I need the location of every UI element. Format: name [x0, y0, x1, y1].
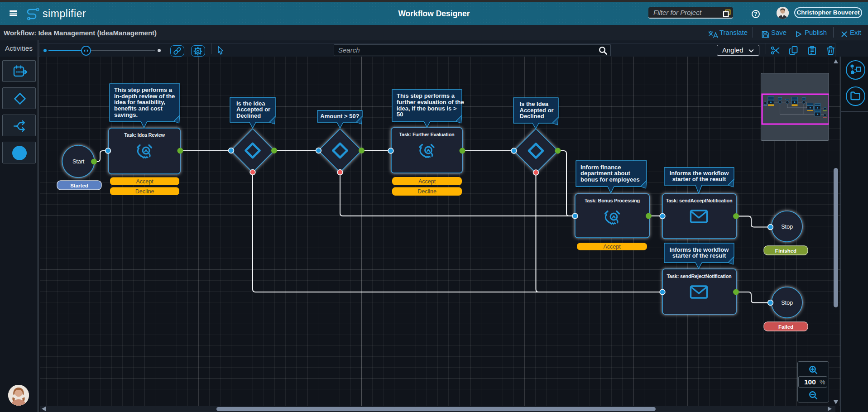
svg-text:Decline: Decline: [417, 188, 436, 195]
svg-text:Stop: Stop: [781, 223, 793, 230]
svg-text:Task: Bonus Processing: Task: Bonus Processing: [585, 198, 640, 203]
svg-text:Declined: Declined: [236, 112, 261, 119]
svg-text:Accept: Accept: [418, 178, 436, 185]
svg-text:Finished: Finished: [775, 248, 796, 254]
svg-text:Task: Further Evaluation: Task: Further Evaluation: [399, 132, 455, 137]
svg-text:Amount > 50?: Amount > 50?: [320, 113, 359, 120]
svg-text:starter of the result: starter of the result: [672, 252, 726, 259]
svg-text:Decline: Decline: [135, 188, 154, 195]
svg-text:Declined: Declined: [520, 113, 544, 120]
svg-text:Task: sendAcceptNotification: Task: sendAcceptNotification: [666, 198, 733, 203]
svg-text:idea, if the bonus is >: idea, if the bonus is >: [397, 105, 457, 112]
svg-text:Started: Started: [70, 183, 88, 188]
svg-text:starter of the result: starter of the result: [672, 176, 726, 182]
svg-text:Accept: Accept: [603, 244, 621, 250]
svg-text:Accept: Accept: [136, 178, 153, 185]
svg-text:Stop: Stop: [781, 299, 793, 306]
svg-text:savings.: savings.: [114, 111, 138, 118]
svg-text:50: 50: [397, 111, 403, 118]
svg-text:Start: Start: [72, 158, 85, 165]
svg-text:Task: Idea Review: Task: Idea Review: [124, 132, 165, 138]
svg-text:Failed: Failed: [778, 324, 793, 330]
svg-text:bonus for employees: bonus for employees: [580, 176, 640, 183]
svg-text:Task: sendRejectNotification: Task: sendRejectNotification: [667, 273, 732, 279]
